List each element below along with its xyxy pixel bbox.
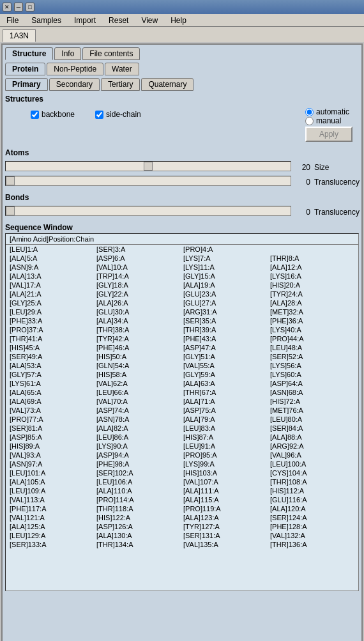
table-row[interactable]: [ALA]125:A[ASP]126:A[TYR]127:A[PHE]128:A [6,522,358,531]
table-row[interactable]: [GLY]25:A[ALA]26:A[GLU]27:A[ALA]28:A [6,298,358,307]
tab-quaternary[interactable]: Quaternary [141,78,193,91]
list-item: [HIS]87:A [182,433,269,441]
table-row[interactable]: [GLY]57:A[HIS]58:A[GLY]59:A[LYS]60:A [6,370,358,379]
list-item: [VAL]135:A [182,541,269,548]
list-item: [PHE]33:A [8,317,95,325]
table-row[interactable]: [ASN]9:A[VAL]10:A[LYS]11:A[ALA]12:A [6,263,358,272]
list-item: [HIS]20:A [269,281,356,289]
tab-non-peptide[interactable]: Non-Peptide [47,63,103,75]
list-item: [PHE]117:A [8,505,95,513]
radio-manual-label[interactable]: manual [305,116,341,125]
maximize-button[interactable]: □ [26,3,34,12]
table-row[interactable]: [SER]81:A[ALA]82:A[LEU]83:A[SER]84:A [6,424,358,433]
table-row[interactable]: [PHE]33:A[ALA]34:A[SER]35:A[PHE]36:A [6,316,358,325]
table-row[interactable]: [LYS]61:A[VAL]62:A[ALA]63:A[ASP]64:A [6,379,358,388]
tab-primary[interactable]: Primary [5,78,48,91]
list-item: [LYS]40:A [269,326,356,334]
table-row[interactable]: [SER]133:A[THR]134:A[VAL]135:A[THR]136:A [6,540,358,549]
list-item: [SER]81:A [8,424,95,432]
table-row[interactable]: [THR]41:A[TYR]42:A[PHE]43:A[PRO]44:A [6,334,358,343]
menu-samples[interactable]: Samples [27,15,65,26]
list-item: [HIS]58:A [95,371,182,378]
bonds-translucency-value: 0 [295,208,310,217]
backbone-checkbox[interactable] [31,111,39,119]
table-row[interactable]: [LEU]29:A[GLU]30:A[ARG]31:A[MET]32:A [6,307,358,316]
list-item: [PRO]114:A [95,496,182,504]
table-row[interactable]: [SER]49:A[HIS]50:A[GLY]51:A[SER]52:A [6,352,358,361]
sidechain-checkbox[interactable] [95,111,103,119]
table-row[interactable]: [ALA]13:A[TRP]14:A[GLY]15:A[LYS]16:A [6,272,358,281]
menu-import[interactable]: Import [70,15,100,26]
tab-protein[interactable]: Protein [5,63,45,75]
list-item: [SER]124:A [269,514,356,521]
table-row[interactable]: [LEU]101:A[SER]102:A[HIS]103:A[CYS]104:A [6,468,358,477]
list-item: [ALA]13:A [8,272,95,280]
table-row[interactable]: [VAL]113:A[PRO]114:A[ALA]115:A[GLU]116:A [6,495,358,504]
list-item: [VAL]62:A [95,380,182,387]
tab-structure[interactable]: Structure [5,47,53,60]
menu-view[interactable]: View [137,15,162,26]
table-row[interactable]: [LEU]129:A[ALA]130:A[SER]131:A[VAL]132:A [6,531,358,540]
list-item: [GLY]57:A [8,371,95,378]
table-row[interactable]: [VAL]121:A[HIS]122:A[ALA]123:A[SER]124:A [6,513,358,522]
tab-info[interactable]: Info [54,47,81,60]
backbone-checkbox-label[interactable]: backbone [31,110,75,119]
menu-file[interactable]: File [3,15,22,26]
tabs-level1: Structure Info File contents [5,47,359,60]
list-item: [TRP]14:A [95,272,182,280]
list-item: [ALA]63:A [182,380,269,387]
list-item: [LYS]7:A [182,254,269,262]
sidechain-checkbox-label[interactable]: side-chain [95,110,141,119]
list-item: [LYS]90:A [95,442,182,450]
list-item: [LYS]11:A [182,263,269,271]
seq-header-col2 [95,235,182,243]
table-row[interactable]: [VAL]17:A[GLY]18:A[ALA]19:A[HIS]20:A [6,281,358,290]
menu-help[interactable]: Help [167,15,190,26]
table-row[interactable]: [PRO]37:A[THR]38:A[THR]39:A[LYS]40:A [6,325,358,334]
title-bar: ✕ ─ □ [0,0,364,14]
list-item: [LYS]56:A [269,362,356,369]
minimize-button[interactable]: ─ [14,3,23,12]
atoms-size-slider[interactable] [5,161,291,171]
radio-automatic[interactable] [305,108,314,116]
tab-file-contents[interactable]: File contents [82,47,140,60]
window-tab-1a3n[interactable]: 1A3N [3,29,36,42]
table-row[interactable]: [ALA]53:A[GLN]54:A[VAL]55:A[LYS]56:A [6,361,358,370]
tab-secondary[interactable]: Secondary [49,78,100,91]
table-row[interactable]: [HIS]89:A[LYS]90:A[LEU]91:A[ARG]92:A [6,442,358,451]
list-item: [PHE]98:A [95,460,182,468]
table-row[interactable]: [ALA]69:A[VAL]70:A[ALA]71:A[HIS]72:A [6,397,358,406]
atoms-translucency-slider[interactable] [5,176,291,186]
close-button[interactable]: ✕ [3,3,11,12]
tab-tertiary[interactable]: Tertiary [101,78,140,91]
table-row[interactable]: [HIS]45:A[PHE]46:A[ASP]47:A[LEU]48:A [6,343,358,352]
table-row[interactable]: [ALA]65:A[LEU]66:A[THR]67:A[ASN]68:A [6,388,358,397]
bonds-translucency-slider-container [5,206,291,218]
table-row[interactable]: [ASP]85:A[LEU]86:A[HIS]87:A[ALA]88:A [6,433,358,442]
table-row[interactable]: [LEU]109:A[ALA]110:A[ALA]111:A[HIS]112:A [6,486,358,495]
list-item: [HIS]50:A [95,353,182,360]
table-row[interactable]: [ASN]97:A[PHE]98:A[LYS]99:A[LEU]100:A [6,460,358,468]
sequence-table-container[interactable]: [Amino Acid]Position:Chain [LEU]1:A[SER]… [5,233,359,591]
table-row[interactable]: [ALA]5:A[ASP]6:A[LYS]7:A[THR]8:A [6,254,358,263]
tab-water[interactable]: Water [105,63,139,75]
list-item: [VAL]113:A [8,496,95,504]
apply-button[interactable]: Apply [305,127,353,142]
table-row[interactable]: [VAL]73:A[ASP]74:A[ASP]75:A[MET]76:A [6,406,358,415]
radio-automatic-label[interactable]: automatic [305,107,349,116]
atoms-translucency-slider-container [5,176,291,188]
table-row[interactable]: [ALA]21:A[GLY]22:A[GLU]23:A[TYR]24:A [6,290,358,298]
automatic-label: automatic [316,107,349,116]
list-item: [GLY]15:A [182,272,269,280]
menu-reset[interactable]: Reset [105,15,132,26]
table-row[interactable]: [PRO]77:A[ASN]78:A[ALA]79:A[LEU]80:A [6,415,358,424]
radio-manual[interactable] [305,117,314,125]
table-row[interactable]: [ALA]105:A[LEU]106:A[VAL]107:A[THR]108:A [6,477,358,486]
table-row[interactable]: [LEU]1:A[SER]3:A[PRO]4:A [6,245,358,254]
list-item: [ASP]47:A [182,344,269,351]
table-row[interactable]: [VAL]93:A[ASP]94:A[PRO]95:A[VAL]96:A [6,451,358,460]
bonds-translucency-slider[interactable] [5,206,291,216]
list-item: [THR]8:A [269,254,356,262]
list-item: [ARG]31:A [182,308,269,316]
table-row[interactable]: [PHE]117:A[THR]118:A[PRO]119:A[ALA]120:A [6,504,358,513]
